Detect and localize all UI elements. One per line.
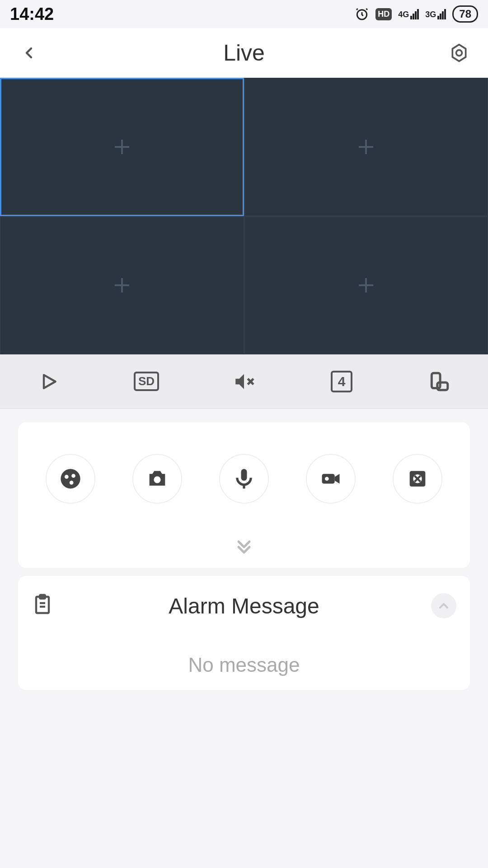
svg-point-16	[61, 469, 80, 488]
nav-header: Live	[0, 28, 488, 78]
plus-icon	[355, 274, 377, 296]
alarm-clock-icon	[355, 7, 369, 21]
status-right: HD 4G 3G 78	[355, 5, 478, 23]
signal-3g: 3G	[425, 9, 446, 19]
svg-point-2	[456, 50, 462, 56]
settings-button[interactable]	[446, 40, 472, 66]
controls-card	[18, 422, 470, 568]
battery-indicator: 78	[452, 5, 478, 23]
svg-point-25	[325, 477, 329, 481]
expand-toggle[interactable]	[27, 535, 461, 557]
no-message-label: No message	[32, 654, 456, 676]
svg-marker-11	[44, 375, 56, 388]
mute-button[interactable]	[224, 366, 264, 397]
svg-rect-21	[241, 469, 247, 481]
plus-icon	[111, 274, 133, 296]
page-title: Live	[223, 40, 265, 66]
status-bar: 14:42 HD 4G 3G 78	[0, 0, 488, 28]
microphone-button[interactable]	[219, 454, 269, 504]
back-button[interactable]	[16, 40, 42, 66]
alarm-card: Alarm Message No message	[18, 576, 470, 690]
rotate-button[interactable]	[419, 366, 460, 397]
svg-rect-14	[432, 373, 440, 388]
collapse-button[interactable]	[431, 593, 456, 618]
svg-marker-1	[452, 45, 465, 61]
video-grid	[0, 78, 488, 354]
grid-layout-button[interactable]: 4	[321, 366, 362, 397]
svg-point-18	[71, 474, 75, 478]
controls-row	[27, 454, 461, 504]
svg-marker-24	[335, 474, 340, 484]
svg-point-20	[154, 476, 160, 483]
record-button[interactable]	[306, 454, 356, 504]
alarm-title: Alarm Message	[57, 594, 431, 618]
focus-button[interactable]	[393, 454, 442, 504]
video-cell-2[interactable]	[244, 78, 488, 216]
svg-rect-15	[437, 382, 448, 390]
plus-icon	[355, 136, 377, 158]
alarm-header: Alarm Message	[32, 593, 456, 618]
play-button[interactable]	[28, 366, 69, 397]
plus-icon	[111, 136, 133, 158]
video-cell-3[interactable]	[0, 217, 244, 355]
clipboard-icon	[32, 593, 57, 618]
status-time: 14:42	[10, 5, 54, 24]
grid-count-icon: 4	[331, 371, 352, 392]
video-cell-4[interactable]	[244, 217, 488, 355]
svg-point-19	[70, 481, 74, 485]
svg-point-17	[65, 475, 69, 479]
snapshot-button[interactable]	[132, 454, 182, 504]
quality-button[interactable]: SD	[126, 366, 167, 397]
sd-icon: SD	[134, 372, 159, 391]
signal-4g: 4G	[398, 9, 419, 19]
ptz-button[interactable]	[46, 454, 95, 504]
video-cell-1[interactable]	[0, 78, 244, 216]
playback-toolbar: SD 4	[0, 354, 488, 409]
hd-badge: HD	[375, 8, 392, 20]
